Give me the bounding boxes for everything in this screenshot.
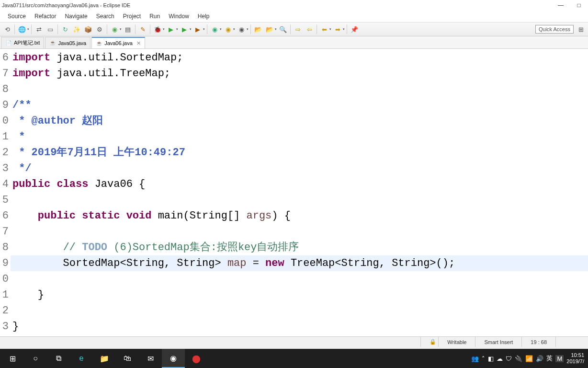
nav-last-icon[interactable]: ⇦: [304, 24, 315, 34]
line-number: 0: [0, 271, 11, 287]
code-line[interactable]: import java.util.SortedMap;: [11, 50, 588, 66]
code-line[interactable]: // TODO (6)SortedMap集合:按照key自动排序: [11, 240, 588, 255]
cortana-icon[interactable]: ○: [24, 349, 47, 368]
new-proj-icon[interactable]: ◉: [236, 24, 247, 34]
explorer-icon[interactable]: 📁: [93, 349, 116, 368]
task-view-icon[interactable]: ⧉: [47, 349, 70, 368]
pin-icon[interactable]: 📌: [349, 24, 360, 34]
search-icon[interactable]: 🔍: [278, 24, 288, 34]
code-editor[interactable]: 678901234567890123 import java.util.Sort…: [0, 49, 588, 336]
line-number: 9: [0, 97, 11, 113]
browser-icon[interactable]: 🌐: [17, 24, 27, 34]
java-file-icon: ☕: [96, 40, 102, 46]
code-line[interactable]: SortedMap<String, String> map = new Tree…: [11, 255, 588, 271]
code-line[interactable]: * 2019年7月11日 上午10:49:27: [11, 145, 588, 161]
volume-icon[interactable]: 🔊: [536, 355, 543, 362]
maximize-button[interactable]: □: [572, 0, 586, 10]
code-line[interactable]: }: [11, 287, 588, 303]
code-line[interactable]: [11, 192, 588, 208]
line-number: 6: [0, 208, 11, 224]
tray-app-icon[interactable]: ◧: [488, 355, 494, 362]
people-icon[interactable]: 👥: [471, 355, 479, 362]
close-icon[interactable]: ✕: [136, 40, 141, 46]
line-number: 9: [0, 255, 11, 271]
start-button[interactable]: ⊞: [1, 349, 24, 368]
code-line[interactable]: /**: [11, 97, 588, 113]
nav-annot-icon[interactable]: ⇨: [293, 24, 303, 34]
open-type-icon[interactable]: 📂: [253, 24, 263, 34]
new-class-icon[interactable]: ◉: [209, 24, 220, 34]
eclipse-icon[interactable]: ◉: [162, 349, 185, 368]
ime-lang[interactable]: 英: [546, 354, 553, 363]
new-pkg-icon[interactable]: ◉: [223, 24, 233, 34]
ime-mode[interactable]: M: [555, 355, 564, 362]
code-line[interactable]: [11, 224, 588, 240]
sync-icon[interactable]: ⇄: [34, 24, 44, 34]
menu-bar: Source Refactor Navigate Search Project …: [0, 11, 588, 22]
task-icon[interactable]: ✎: [137, 24, 148, 34]
tab-java05[interactable]: ☕ Java05.java: [45, 37, 90, 48]
menu-help[interactable]: Help: [194, 12, 214, 21]
tab-java06[interactable]: ☕ Java06.java ✕: [91, 37, 145, 48]
editors-icon[interactable]: ▭: [45, 24, 56, 34]
defender-icon[interactable]: 🛡: [506, 355, 512, 362]
package-icon[interactable]: 📦: [83, 24, 93, 34]
code-line[interactable]: *: [11, 129, 588, 145]
clock-date: 2019/7/: [566, 358, 584, 365]
new-icon[interactable]: ◉: [109, 24, 120, 34]
config-icon[interactable]: ⚙: [94, 24, 105, 34]
code-line[interactable]: }: [11, 319, 588, 334]
menu-window[interactable]: Window: [165, 12, 193, 21]
code-line[interactable]: [11, 81, 588, 97]
status-insert: Smart Insert: [475, 337, 521, 347]
refresh-icon[interactable]: ↻: [60, 24, 70, 34]
debug-icon[interactable]: 🐞: [152, 24, 163, 34]
code-line[interactable]: import java.util.TreeMap;: [11, 66, 588, 81]
editor-tabs: 📄 API笔记.txt ☕ Java05.java ☕ Java06.java …: [0, 36, 588, 49]
perspective-icon[interactable]: ⊞: [576, 24, 586, 34]
status-bar: 🔒 Writable Smart Insert 19 : 68: [0, 336, 588, 347]
window-title: Java0711/src/com/zhaoyang/Java06.java - …: [2, 2, 130, 8]
store-icon[interactable]: 🛍: [116, 349, 139, 368]
code-area[interactable]: import java.util.SortedMap;import java.u…: [11, 49, 588, 336]
menu-refactor[interactable]: Refactor: [31, 12, 60, 21]
minimize-button[interactable]: —: [554, 0, 568, 10]
tab-api-notes[interactable]: 📄 API笔记.txt: [1, 37, 44, 48]
status-spacer: [555, 337, 584, 347]
toolbar: ⟲ 🌐▾ ⇄ ▭ ↻ ✨ 📦 ⚙ ◉▾ ▤ ✎ 🐞▾ ▶▾ ▶▾ ▶▾ ◉▾ ◉…: [0, 22, 588, 36]
code-line[interactable]: [11, 271, 588, 287]
restore-icon[interactable]: ⟲: [2, 24, 12, 34]
menu-project[interactable]: Project: [119, 12, 145, 21]
quick-access[interactable]: Quick Access: [535, 25, 574, 34]
windows-taskbar: ⊞ ○ ⧉ e 📁 🛍 ✉ ◉ ⬤ 👥 ˄ ◧ ☁ 🛡 🔌 📶 🔊 英 M 10…: [0, 349, 588, 368]
wand-icon[interactable]: ✨: [71, 24, 82, 34]
drawer-icon[interactable]: ▤: [123, 24, 133, 34]
taskbar-clock[interactable]: 10:51 2019/7/: [566, 352, 584, 365]
edge-icon[interactable]: e: [70, 349, 93, 368]
back-icon[interactable]: ⬅: [319, 24, 329, 34]
menu-run[interactable]: Run: [146, 12, 164, 21]
open-task-icon[interactable]: 📂: [264, 24, 275, 34]
tray-up-icon[interactable]: ˄: [482, 355, 485, 362]
mail-icon[interactable]: ✉: [139, 349, 162, 368]
coverage-icon[interactable]: ▶: [179, 24, 190, 34]
code-line[interactable]: public static void main(String[] args) {: [11, 208, 588, 224]
line-number: 6: [0, 50, 11, 66]
code-line[interactable]: public class Java06 {: [11, 176, 588, 192]
run-icon[interactable]: ▶: [166, 24, 176, 34]
code-line[interactable]: */: [11, 161, 588, 176]
code-line[interactable]: * @author 赵阳: [11, 113, 588, 129]
power-icon[interactable]: 🔌: [515, 355, 522, 362]
onedrive-icon[interactable]: ☁: [497, 355, 503, 362]
ext-run-icon[interactable]: ▶: [192, 24, 203, 34]
menu-navigate[interactable]: Navigate: [61, 12, 91, 21]
menu-source[interactable]: Source: [4, 12, 30, 21]
status-writable: Writable: [438, 337, 475, 347]
forward-icon[interactable]: ➡: [332, 24, 343, 34]
record-icon[interactable]: ⬤: [185, 349, 208, 368]
code-line[interactable]: [11, 303, 588, 319]
title-bar: Java0711/src/com/zhaoyang/Java06.java - …: [0, 0, 588, 11]
wifi-icon[interactable]: 📶: [525, 355, 533, 362]
menu-search[interactable]: Search: [92, 12, 118, 21]
line-number: 7: [0, 66, 11, 81]
